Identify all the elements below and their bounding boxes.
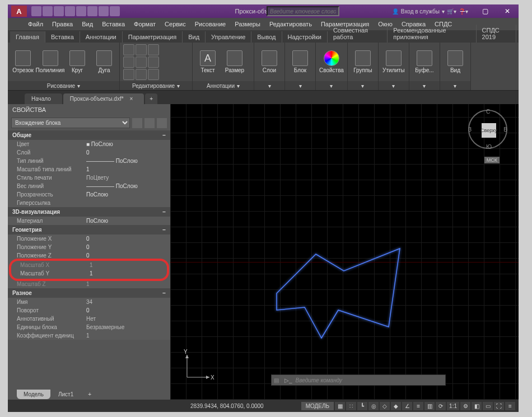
- status-cycle[interactable]: ⟳: [436, 402, 446, 410]
- section-geometry[interactable]: Геометрия−: [8, 225, 170, 235]
- qat-save[interactable]: [54, 6, 64, 16]
- menu-tools[interactable]: Сервис: [161, 19, 189, 29]
- prop-transparency[interactable]: ПоСлою: [86, 191, 170, 198]
- status-clean[interactable]: ▭: [483, 402, 493, 410]
- selected-arrow-shape[interactable]: [271, 243, 405, 355]
- qat-plot[interactable]: [87, 6, 97, 16]
- search-input[interactable]: [267, 6, 339, 16]
- prop-lineweight[interactable]: ————— ПоСлою: [86, 183, 170, 189]
- layout-tab-add[interactable]: +: [81, 390, 98, 399]
- tab-start[interactable]: Начало: [25, 93, 62, 104]
- menu-dim[interactable]: Размеры: [231, 19, 264, 29]
- prop-hyperlink[interactable]: [86, 200, 170, 206]
- object-type-selector[interactable]: Вхождение блока: [11, 118, 130, 128]
- close-button[interactable]: ✕: [496, 4, 519, 18]
- tool-scale[interactable]: [136, 69, 147, 80]
- prop-ltscale[interactable]: 1: [86, 166, 170, 172]
- layout-tab-sheet1[interactable]: Лист1: [52, 390, 80, 399]
- command-line[interactable]: ▤ ▷_ Введите команду: [271, 374, 446, 386]
- props-quick-icon[interactable]: [144, 118, 155, 128]
- ribbon-tab-manage[interactable]: Управление: [206, 31, 251, 43]
- ribbon-tab-home[interactable]: Главная: [10, 31, 45, 43]
- section-misc[interactable]: Разное−: [8, 288, 170, 298]
- ribbon-tab-param[interactable]: Параметризация: [123, 31, 183, 43]
- tool-text[interactable]: AТекст: [196, 50, 220, 73]
- tool-clipboard[interactable]: Буфе...: [413, 50, 436, 73]
- tool-utils[interactable]: Утилиты: [382, 50, 405, 73]
- panel-annotate-label[interactable]: Аннотации ▾: [193, 81, 254, 90]
- qat-saveas[interactable]: [65, 6, 75, 16]
- menu-file[interactable]: Файл: [25, 19, 46, 29]
- ribbon-tab-addins[interactable]: Надстройки: [282, 31, 328, 43]
- status-polar[interactable]: ◎: [368, 402, 379, 410]
- panel-edit-label[interactable]: Редактирование ▾: [120, 81, 192, 90]
- status-lwt[interactable]: ≡: [413, 402, 423, 410]
- tool-trim[interactable]: [148, 44, 159, 55]
- ribbon-tab-featured[interactable]: Рекомендованные приложения: [388, 25, 476, 43]
- status-annoscale[interactable]: 1:1: [447, 402, 459, 410]
- menu-format[interactable]: Формат: [130, 19, 159, 29]
- tool-copy[interactable]: [123, 57, 134, 68]
- status-iso[interactable]: ◧: [472, 402, 482, 410]
- panel-draw-label[interactable]: Рисование ▾: [8, 81, 119, 90]
- status-transparency[interactable]: ▥: [424, 402, 435, 410]
- tool-block[interactable]: Блок: [288, 50, 312, 73]
- menu-view[interactable]: Вид: [78, 19, 96, 29]
- qat-cloud[interactable]: [76, 6, 86, 16]
- tool-props[interactable]: Свойства: [319, 50, 344, 73]
- tool-array[interactable]: [148, 69, 159, 80]
- status-osnap[interactable]: ◇: [380, 402, 390, 410]
- qat-new[interactable]: [31, 6, 41, 16]
- prop-scale-z[interactable]: 1: [86, 281, 170, 287]
- tool-dim[interactable]: Размер: [223, 50, 246, 73]
- tool-mirror[interactable]: [136, 57, 147, 68]
- ribbon-tab-annotate[interactable]: Аннотации: [80, 31, 123, 43]
- status-ortho[interactable]: ┗: [357, 402, 367, 410]
- tab-add[interactable]: +: [145, 93, 157, 104]
- prop-material[interactable]: ПоСлою: [86, 218, 170, 224]
- prop-rotation[interactable]: 0: [86, 307, 170, 313]
- menu-edit[interactable]: Правка: [49, 19, 76, 29]
- tab-file[interactable]: Прокси-объекты.dxf* ×: [63, 93, 144, 104]
- tool-groups[interactable]: Группы: [351, 50, 375, 73]
- tool-rotate[interactable]: [136, 44, 147, 55]
- tool-circle[interactable]: Круг: [66, 50, 89, 73]
- tool-line[interactable]: Отрезок: [11, 50, 35, 73]
- minimize-button[interactable]: ─: [451, 4, 474, 18]
- status-model[interactable]: МОДЕЛЬ: [301, 402, 334, 410]
- props-filter-icon[interactable]: [157, 118, 167, 128]
- qat-open[interactable]: [43, 6, 53, 16]
- maximize-button[interactable]: ▢: [474, 4, 496, 18]
- tool-move[interactable]: [123, 44, 134, 55]
- layout-tab-model[interactable]: Модель: [17, 390, 50, 399]
- tab-close-icon[interactable]: ×: [129, 96, 133, 102]
- tool-stretch[interactable]: [123, 69, 134, 80]
- ribbon-tab-output[interactable]: Вывод: [251, 31, 282, 43]
- wcs-badge[interactable]: МСК: [484, 157, 500, 163]
- menu-insert[interactable]: Вставка: [99, 19, 128, 29]
- tool-view[interactable]: Вид: [444, 50, 467, 73]
- prop-scale-x[interactable]: 1: [90, 262, 167, 268]
- prop-color[interactable]: ■ ПоСлою: [86, 141, 170, 147]
- ribbon-tab-spds[interactable]: СПДС 2019: [477, 25, 516, 43]
- prop-pos-y[interactable]: 0: [86, 244, 170, 250]
- prop-scale-y[interactable]: 1: [90, 270, 167, 277]
- menu-modify[interactable]: Редактировать: [266, 19, 315, 29]
- status-full[interactable]: ⛶: [494, 402, 504, 410]
- qat-redo[interactable]: [110, 6, 120, 16]
- tool-arc[interactable]: Дуга: [92, 50, 116, 73]
- status-gear[interactable]: ⚙: [460, 402, 470, 410]
- prop-pos-x[interactable]: 0: [86, 236, 170, 242]
- qat-undo[interactable]: [99, 6, 109, 16]
- drawing-canvas[interactable]: Сверху С Ю В З МСК X Y ▤: [170, 104, 519, 400]
- tool-polyline[interactable]: Полилиния: [38, 50, 62, 73]
- tool-layers[interactable]: Слои: [258, 50, 281, 73]
- tool-fillet[interactable]: [148, 57, 159, 68]
- props-toggle-icon[interactable]: [132, 118, 142, 128]
- status-grid[interactable]: ▦: [335, 402, 345, 410]
- status-3dosnap[interactable]: ◆: [391, 402, 401, 410]
- status-custom[interactable]: ≡: [505, 402, 515, 410]
- ribbon-tab-collab[interactable]: Совместная работа: [328, 25, 388, 43]
- ribbon-tab-insert[interactable]: Вставка: [45, 31, 80, 43]
- prop-pos-z[interactable]: 0: [86, 252, 170, 259]
